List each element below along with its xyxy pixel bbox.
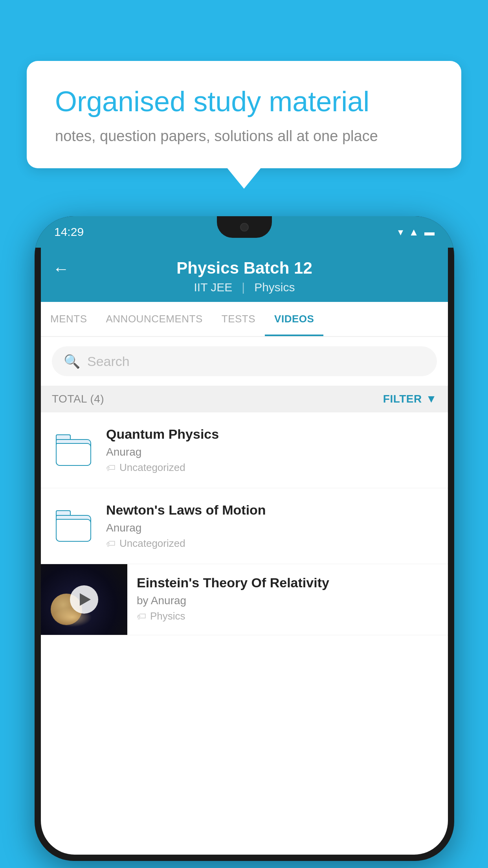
folder-icon bbox=[56, 434, 91, 466]
video-author: by Anurag bbox=[137, 594, 438, 607]
video-tag: 🏷 Uncategorized bbox=[106, 462, 437, 474]
video-thumbnail bbox=[41, 564, 127, 635]
tag-icon: 🏷 bbox=[106, 538, 116, 549]
total-count: TOTAL (4) bbox=[52, 393, 104, 405]
tag-label: Uncategorized bbox=[119, 462, 185, 474]
search-input[interactable]: Search bbox=[87, 354, 130, 369]
video-author: Anurag bbox=[106, 522, 437, 534]
notch bbox=[217, 216, 272, 238]
status-bar: 14:29 ▾ ▲ ▬ bbox=[35, 216, 454, 248]
filter-button[interactable]: FILTER ▼ bbox=[383, 393, 437, 405]
phone-screen: ← Physics Batch 12 IIT JEE | Physics MEN… bbox=[41, 248, 448, 855]
filter-icon: ▼ bbox=[426, 393, 437, 405]
camera bbox=[240, 223, 249, 232]
video-title: Newton's Laws of Motion bbox=[106, 502, 437, 518]
author-name: Anurag bbox=[151, 594, 186, 607]
list-item[interactable]: Einstein's Theory Of Relativity by Anura… bbox=[41, 564, 448, 635]
header-title: Physics Batch 12 bbox=[176, 259, 312, 278]
wifi-icon: ▾ bbox=[398, 226, 403, 238]
video-title: Quantum Physics bbox=[106, 427, 437, 442]
bubble-subtitle: notes, question papers, solutions all at… bbox=[55, 128, 433, 145]
battery-icon: ▬ bbox=[424, 226, 435, 238]
header-tags: IIT JEE | Physics bbox=[194, 281, 295, 294]
video-info: Newton's Laws of Motion Anurag 🏷 Uncateg… bbox=[106, 502, 437, 550]
app-header: ← Physics Batch 12 IIT JEE | Physics bbox=[41, 248, 448, 302]
phone-frame: 14:29 ▾ ▲ ▬ ← Physics Batch 12 IIT JEE |… bbox=[35, 216, 454, 861]
tag-icon: 🏷 bbox=[106, 462, 116, 473]
tag-label: Physics bbox=[150, 610, 185, 622]
filter-bar: TOTAL (4) FILTER ▼ bbox=[41, 386, 448, 412]
bubble-title: Organised study material bbox=[55, 85, 433, 118]
header-tag-physics: Physics bbox=[254, 281, 295, 294]
speech-bubble: Organised study material notes, question… bbox=[27, 61, 461, 168]
tag-label: Uncategorized bbox=[119, 537, 185, 550]
video-author: Anurag bbox=[106, 446, 437, 458]
video-tag: 🏷 Uncategorized bbox=[106, 537, 437, 550]
folder-thumb bbox=[52, 504, 95, 548]
header-tag-iitjee: IIT JEE bbox=[194, 281, 233, 294]
search-icon: 🔍 bbox=[64, 353, 80, 369]
status-icons: ▾ ▲ ▬ bbox=[398, 226, 435, 238]
status-time: 14:29 bbox=[54, 225, 84, 239]
tab-announcements[interactable]: ANNOUNCEMENTS bbox=[97, 302, 212, 336]
signal-icon: ▲ bbox=[409, 226, 419, 238]
video-info: Einstein's Theory Of Relativity by Anura… bbox=[127, 564, 448, 633]
play-button[interactable] bbox=[70, 585, 98, 614]
filter-label: FILTER bbox=[383, 393, 422, 405]
search-container: 🔍 Search bbox=[41, 337, 448, 386]
author-prefix: by bbox=[137, 594, 149, 607]
tabs-bar: MENTS ANNOUNCEMENTS TESTS VIDEOS bbox=[41, 302, 448, 337]
tag-icon: 🏷 bbox=[137, 611, 146, 622]
tab-videos[interactable]: VIDEOS bbox=[265, 302, 323, 336]
list-item[interactable]: Quantum Physics Anurag 🏷 Uncategorized bbox=[41, 412, 448, 488]
list-item[interactable]: Newton's Laws of Motion Anurag 🏷 Uncateg… bbox=[41, 488, 448, 564]
header-tag-separator: | bbox=[242, 281, 245, 294]
folder-icon bbox=[56, 510, 91, 542]
tab-tests[interactable]: TESTS bbox=[212, 302, 265, 336]
video-tag: 🏷 Physics bbox=[137, 610, 438, 622]
video-info: Quantum Physics Anurag 🏷 Uncategorized bbox=[106, 427, 437, 474]
search-bar[interactable]: 🔍 Search bbox=[52, 346, 437, 376]
folder-thumb bbox=[52, 428, 95, 472]
tab-ments[interactable]: MENTS bbox=[41, 302, 97, 336]
back-button[interactable]: ← bbox=[53, 259, 69, 278]
video-list: Quantum Physics Anurag 🏷 Uncategorized bbox=[41, 412, 448, 635]
play-icon bbox=[80, 593, 91, 606]
video-title: Einstein's Theory Of Relativity bbox=[137, 575, 438, 590]
